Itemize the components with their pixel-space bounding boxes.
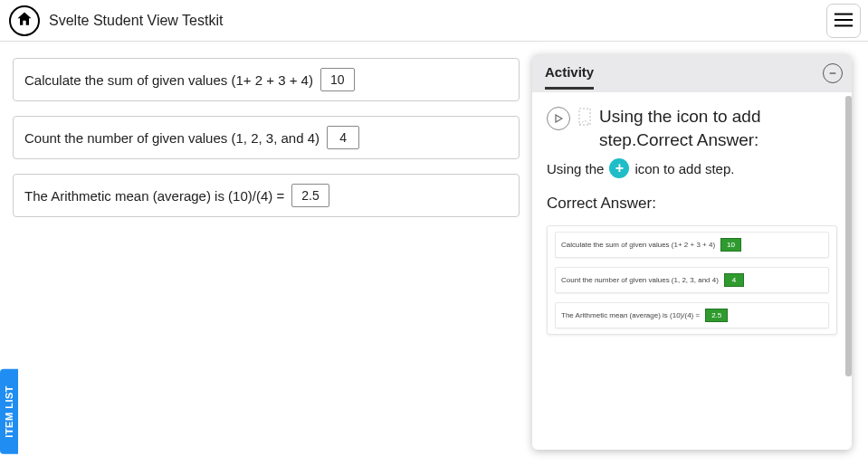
svg-marker-4 <box>556 115 562 122</box>
bookmark-icon <box>578 108 591 130</box>
hint-line: Using the + icon to add step. <box>547 158 837 178</box>
mini-prompt: Calculate the sum of given values (1+ 2 … <box>561 241 715 249</box>
answer-input[interactable]: 10 <box>320 68 355 91</box>
question-prompt: Calculate the sum of given values (1+ 2 … <box>24 72 313 88</box>
activity-tab[interactable]: Activity <box>545 57 594 90</box>
answer-input[interactable]: 2.5 <box>291 184 329 207</box>
question-column: Calculate the sum of given values (1+ 2 … <box>0 42 532 466</box>
main-area: Calculate the sum of given values (1+ 2 … <box>0 42 868 466</box>
scrollbar[interactable] <box>845 96 852 376</box>
minus-icon <box>828 66 837 81</box>
collapse-button[interactable] <box>823 63 843 83</box>
mini-row: Count the number of given values (1, 2, … <box>555 267 829 293</box>
mini-answer: 4 <box>724 273 744 287</box>
answer-input[interactable]: 4 <box>327 126 359 149</box>
mini-answer: 2.5 <box>705 309 728 322</box>
mini-answer: 10 <box>720 238 741 252</box>
menu-button[interactable] <box>826 4 861 38</box>
hint-line-pre: Using the <box>547 161 604 176</box>
bookmark-button[interactable] <box>577 107 592 130</box>
question-prompt: Count the number of given values (1, 2, … <box>24 130 320 146</box>
question-row: The Arithmetic mean (average) is (10)/(4… <box>13 174 520 217</box>
mini-row: Calculate the sum of given values (1+ 2 … <box>555 232 829 258</box>
activity-panel: Activity Using the icon to <box>532 54 852 450</box>
activity-header: Activity <box>532 54 852 92</box>
app-header: Svelte Student View Testkit <box>0 0 868 42</box>
item-list-tab[interactable]: ITEM LIST <box>0 369 18 454</box>
play-icon <box>554 111 563 126</box>
plus-icon: + <box>609 158 629 178</box>
play-button[interactable] <box>547 107 570 130</box>
svg-rect-5 <box>579 109 590 125</box>
mini-row: The Arithmetic mean (average) is (10)/(4… <box>555 302 829 328</box>
hamburger-icon <box>834 12 854 31</box>
app-title: Svelte Student View Testkit <box>49 13 223 29</box>
question-prompt: The Arithmetic mean (average) is (10)/(4… <box>24 188 284 204</box>
hint-title: Using the icon to add step.Correct Answe… <box>599 105 837 151</box>
activity-body: Using the icon to add step.Correct Answe… <box>532 92 852 450</box>
mini-prompt: Count the number of given values (1, 2, … <box>561 276 719 284</box>
correct-answer-heading: Correct Answer: <box>547 195 837 213</box>
hint-row: Using the icon to add step.Correct Answe… <box>547 105 837 151</box>
home-icon <box>15 10 33 31</box>
mini-prompt: The Arithmetic mean (average) is (10)/(4… <box>561 311 700 319</box>
correct-answer-preview: Calculate the sum of given values (1+ 2 … <box>547 225 837 335</box>
question-row: Count the number of given values (1, 2, … <box>13 116 520 159</box>
home-button[interactable] <box>9 5 40 36</box>
hint-line-post: icon to add step. <box>634 161 734 176</box>
question-row: Calculate the sum of given values (1+ 2 … <box>13 58 520 101</box>
